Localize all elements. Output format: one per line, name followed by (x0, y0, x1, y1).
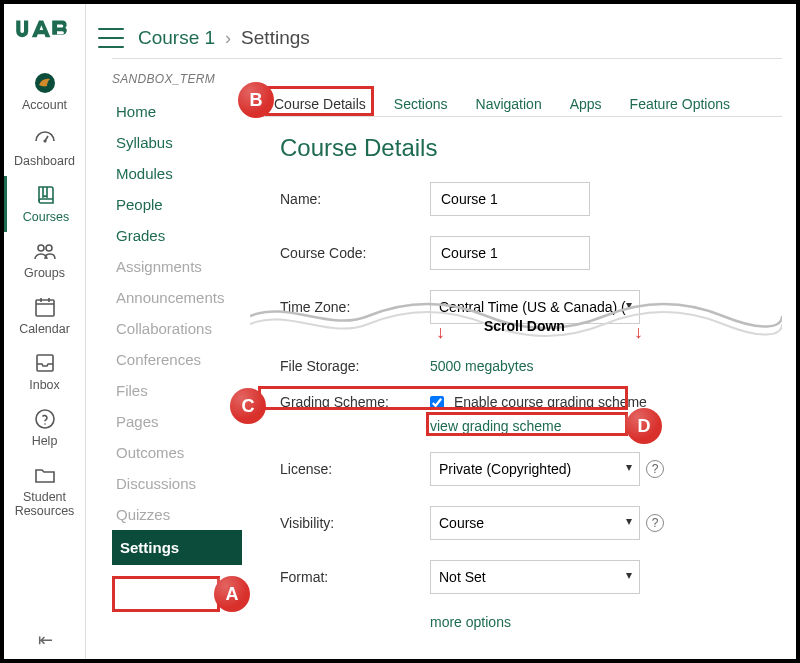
arrow-down-icon: ↓ (634, 322, 643, 343)
course-nav-quizzes[interactable]: Quizzes (112, 499, 242, 530)
inbox-icon (32, 350, 58, 376)
callout-box-a (112, 576, 220, 612)
arrow-down-icon: ↓ (436, 322, 445, 343)
help-icon[interactable]: ? (646, 514, 664, 532)
folder-icon (32, 462, 58, 488)
course-nav-discussions[interactable]: Discussions (112, 468, 242, 499)
course-nav-modules[interactable]: Modules (112, 158, 242, 189)
book-icon (33, 182, 59, 208)
svg-point-7 (44, 423, 46, 425)
course-nav: SANDBOX_TERM Home Syllabus Modules Peopl… (112, 72, 242, 565)
tab-feature-options[interactable]: Feature Options (628, 90, 732, 118)
label-visibility: Visibility: (280, 515, 430, 531)
chevron-right-icon: › (225, 28, 231, 49)
callout-box-d (426, 412, 628, 436)
tab-navigation[interactable]: Navigation (474, 90, 544, 118)
term-label: SANDBOX_TERM (112, 72, 242, 86)
collapse-nav-icon[interactable]: ⇤ (4, 629, 86, 651)
label-license: License: (280, 461, 430, 477)
callout-box-c (258, 386, 628, 410)
course-name-input[interactable] (430, 182, 590, 216)
divider (250, 116, 782, 117)
global-nav-label: Inbox (29, 378, 60, 392)
callout-box-b (265, 86, 374, 116)
svg-point-3 (46, 245, 52, 251)
calendar-icon (32, 294, 58, 320)
label-storage: File Storage: (280, 358, 430, 374)
course-nav-pages[interactable]: Pages (112, 406, 242, 437)
divider (112, 58, 782, 59)
callout-badge-b: B (238, 82, 274, 118)
global-nav-label: Dashboard (14, 154, 75, 168)
course-nav-grades[interactable]: Grades (112, 220, 242, 251)
course-nav-assignments[interactable]: Assignments (112, 251, 242, 282)
global-nav-account[interactable]: Account (4, 64, 85, 120)
global-nav-groups[interactable]: Groups (4, 232, 85, 288)
file-storage-value: 5000 megabytes (430, 358, 534, 374)
svg-rect-5 (37, 355, 53, 371)
format-select[interactable]: Not Set (430, 560, 640, 594)
uab-logo (15, 14, 75, 46)
hamburger-icon[interactable] (98, 28, 124, 48)
visibility-select[interactable]: Course (430, 506, 640, 540)
course-nav-outcomes[interactable]: Outcomes (112, 437, 242, 468)
svg-rect-4 (36, 300, 54, 316)
tab-sections[interactable]: Sections (392, 90, 450, 118)
label-name: Name: (280, 191, 430, 207)
label-format: Format: (280, 569, 430, 585)
svg-point-2 (38, 245, 44, 251)
more-options-link[interactable]: more options (430, 614, 511, 630)
help-icon[interactable]: ? (646, 460, 664, 478)
license-select[interactable]: Private (Copyrighted) (430, 452, 640, 486)
top-bar: Course 1 › Settings (86, 4, 796, 58)
global-nav-label: Help (32, 434, 58, 448)
global-nav-resources[interactable]: Student Resources (4, 456, 85, 527)
callout-badge-d: D (626, 408, 662, 444)
course-nav-files[interactable]: Files (112, 375, 242, 406)
course-nav-collaborations[interactable]: Collaborations (112, 313, 242, 344)
global-nav-dashboard[interactable]: Dashboard (4, 120, 85, 176)
global-nav-label: Calendar (19, 322, 70, 336)
breadcrumb-course[interactable]: Course 1 (138, 27, 215, 49)
label-code: Course Code: (280, 245, 430, 261)
global-nav-label: Groups (24, 266, 65, 280)
tab-apps[interactable]: Apps (568, 90, 604, 118)
course-nav-home[interactable]: Home (112, 96, 242, 127)
global-nav-label: Student Resources (4, 490, 85, 519)
dragon-icon (32, 70, 58, 96)
course-code-input[interactable] (430, 236, 590, 270)
global-nav-calendar[interactable]: Calendar (4, 288, 85, 344)
global-nav-inbox[interactable]: Inbox (4, 344, 85, 400)
global-nav-courses[interactable]: Courses (4, 176, 85, 232)
course-nav-people[interactable]: People (112, 189, 242, 220)
global-nav-label: Account (22, 98, 67, 112)
people-icon (32, 238, 58, 264)
breadcrumb-page: Settings (241, 27, 310, 49)
help-icon (32, 406, 58, 432)
global-nav-help[interactable]: Help (4, 400, 85, 456)
page-title: Course Details (280, 134, 437, 162)
scroll-down-annotation: Scroll Down (484, 318, 565, 334)
svg-point-6 (36, 410, 54, 428)
callout-badge-c: C (230, 388, 266, 424)
course-nav-conferences[interactable]: Conferences (112, 344, 242, 375)
global-nav-label: Courses (23, 210, 70, 224)
course-nav-announcements[interactable]: Announcements (112, 282, 242, 313)
gauge-icon (32, 126, 58, 152)
global-nav: Account Dashboard Courses Groups Calenda… (4, 4, 86, 659)
callout-badge-a: A (214, 576, 250, 612)
course-nav-settings[interactable]: Settings (112, 530, 242, 565)
course-nav-syllabus[interactable]: Syllabus (112, 127, 242, 158)
